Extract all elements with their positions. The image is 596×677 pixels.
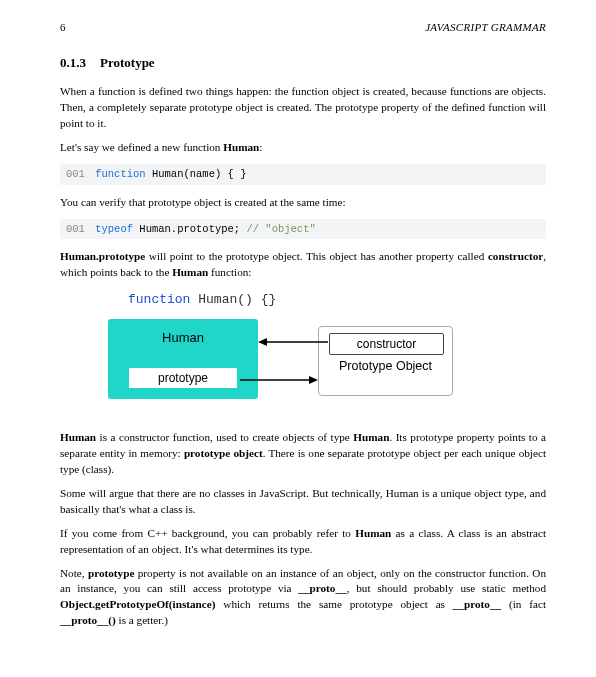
paragraph: You can verify that prototype object is … [60, 195, 546, 211]
keyword: typeof [95, 223, 133, 235]
paragraph: If you come from C++ background, you can… [60, 526, 546, 558]
bold-term: Human [353, 431, 389, 443]
prototype-object-box: constructor Prototype Object [318, 326, 453, 396]
code-block: 001 typeof Human.prototype; // "object" [60, 219, 546, 240]
bold-term: Human.prototype [60, 250, 145, 262]
line-number: 001 [66, 168, 85, 180]
prototype-diagram: function Human() {} Human prototype cons… [88, 291, 468, 416]
keyword: function [128, 292, 190, 307]
bold-term: Human [355, 527, 391, 539]
comment: // "object" [246, 223, 315, 235]
bold-term: __proto__() [60, 614, 116, 626]
code-block: 001 function Human(name) { } [60, 164, 546, 185]
bold-term: prototype object [184, 447, 263, 459]
arrow-constructor-to-human [258, 337, 328, 347]
constructor-property-slot: constructor [329, 333, 444, 355]
svg-marker-3 [309, 376, 318, 384]
running-title: JAVASCRIPT GRAMMAR [425, 20, 546, 36]
bold-term: Human [223, 141, 259, 153]
section-title: Prototype [100, 55, 155, 70]
section-heading: 0.1.3Prototype [60, 54, 546, 72]
bold-term: prototype [88, 567, 134, 579]
document-page: 6 JAVASCRIPT GRAMMAR 0.1.3Prototype When… [0, 0, 596, 677]
line-number: 001 [66, 223, 85, 235]
human-label: Human [108, 319, 258, 347]
bold-term: constructor [488, 250, 543, 262]
paragraph: Human.prototype will point to the protot… [60, 249, 546, 281]
bold-term: Object.getPrototypeOf(instance) [60, 598, 215, 610]
function-declaration: function Human() {} [128, 291, 276, 309]
bold-term: __proto__ [453, 598, 501, 610]
paragraph: When a function is defined two things ha… [60, 84, 546, 132]
bold-term: __proto__ [298, 582, 346, 594]
paragraph: Note, prototype property is not availabl… [60, 566, 546, 630]
prototype-object-label: Prototype Object [319, 359, 452, 374]
arrow-prototype-to-object [240, 375, 318, 385]
bold-term: Human [172, 266, 208, 278]
section-number: 0.1.3 [60, 55, 86, 70]
page-number: 6 [60, 20, 66, 36]
paragraph: Human is a constructor function, used to… [60, 430, 546, 478]
keyword: function [95, 168, 145, 180]
human-function-box: Human prototype [108, 319, 258, 399]
page-header: 6 JAVASCRIPT GRAMMAR [60, 20, 546, 36]
svg-marker-1 [258, 338, 267, 346]
paragraph: Let's say we defined a new function Huma… [60, 140, 546, 156]
paragraph: Some will argue that there are no classe… [60, 486, 546, 518]
prototype-property-slot: prototype [128, 367, 238, 389]
bold-term: Human [60, 431, 96, 443]
